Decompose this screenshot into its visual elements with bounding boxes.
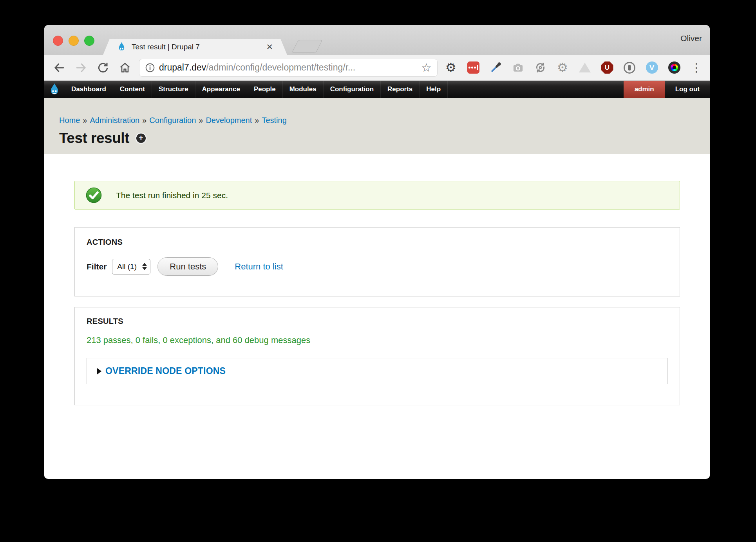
collapse-arrow-icon xyxy=(97,368,101,374)
bookmark-star-icon[interactable]: ☆ xyxy=(421,62,432,74)
password-manager-extension[interactable] xyxy=(467,61,479,74)
userscript-gear-extension[interactable]: ⚙ xyxy=(556,61,569,74)
admin-item-structure[interactable]: Structure xyxy=(152,81,195,98)
results-legend: RESULTS xyxy=(87,317,668,326)
breadcrumb-configuration[interactable]: Configuration xyxy=(149,116,196,125)
close-window-button[interactable] xyxy=(53,36,63,46)
logout-link[interactable]: Log out xyxy=(665,81,710,98)
admin-item-content[interactable]: Content xyxy=(113,81,152,98)
contextual-add-icon[interactable]: + xyxy=(136,134,146,143)
filter-select[interactable]: All (1) xyxy=(112,259,150,275)
browser-profile-name[interactable]: Oliver xyxy=(680,34,702,43)
url-text[interactable]: drupal7.dev/admin/config/development/tes… xyxy=(159,62,418,73)
screenshot-camera-extension[interactable] xyxy=(512,61,524,74)
gear-icon: ⚙ xyxy=(445,61,456,74)
drive-extension[interactable] xyxy=(579,61,591,74)
keyhole-icon xyxy=(624,62,635,74)
url-host: drupal7.dev xyxy=(159,62,206,72)
browser-tab[interactable]: Test result | Drupal 7 ✕ xyxy=(103,39,287,55)
breadcrumb-administration[interactable]: Administration xyxy=(90,116,139,125)
password-dots-icon xyxy=(467,61,479,74)
ublock-extension[interactable]: U xyxy=(601,61,613,74)
camera-icon xyxy=(512,61,524,74)
breadcrumb-testing[interactable]: Testing xyxy=(262,116,286,125)
page-info-icon[interactable] xyxy=(145,63,155,73)
url-bar[interactable]: drupal7.dev/admin/config/development/tes… xyxy=(139,59,438,77)
session-sync-extension[interactable] xyxy=(534,61,546,74)
v-extension[interactable]: V xyxy=(646,61,658,74)
home-button[interactable] xyxy=(117,59,133,76)
admin-item-help[interactable]: Help xyxy=(420,81,448,98)
home-icon xyxy=(119,61,131,74)
eyedropper-extension[interactable] xyxy=(489,61,502,74)
breadcrumb-separator: » xyxy=(199,116,203,125)
run-tests-button[interactable]: Run tests xyxy=(157,257,218,276)
reload-icon xyxy=(97,61,109,74)
status-message-text: The test run finished in 25 sec. xyxy=(116,191,228,200)
breadcrumb-separator: » xyxy=(142,116,146,125)
forward-arrow-icon xyxy=(75,61,87,74)
success-check-icon xyxy=(86,187,102,203)
admin-item-dashboard[interactable]: Dashboard xyxy=(65,81,113,98)
actions-legend: ACTIONS xyxy=(87,238,668,247)
admin-username-link[interactable]: admin xyxy=(624,81,665,98)
kebab-menu-icon: ⋮ xyxy=(691,62,702,74)
window-controls xyxy=(53,36,94,46)
zoom-window-button[interactable] xyxy=(84,36,94,46)
gray-gear-icon: ⚙ xyxy=(557,61,568,74)
back-arrow-icon xyxy=(53,61,65,74)
drupal-favicon-icon xyxy=(116,42,127,52)
v-badge-icon: V xyxy=(646,61,658,74)
status-message: The test run finished in 25 sec. xyxy=(74,181,680,210)
lens-extension[interactable] xyxy=(668,61,680,74)
admin-item-configuration[interactable]: Configuration xyxy=(324,81,381,98)
select-stepper-icon xyxy=(142,263,147,270)
test-pass-summary: 213 passes, 0 fails, 0 exceptions, and 6… xyxy=(87,335,668,345)
tab-close-icon[interactable]: ✕ xyxy=(265,42,274,52)
override-node-options-link[interactable]: OVERRIDE NODE OPTIONS xyxy=(105,366,226,376)
admin-item-reports[interactable]: Reports xyxy=(381,81,420,98)
extensions-row: ⚙ xyxy=(445,61,703,74)
ublock-shield-icon: U xyxy=(601,61,613,74)
browser-toolbar: drupal7.dev/admin/config/development/tes… xyxy=(44,55,710,81)
return-to-list-link[interactable]: Return to list xyxy=(235,262,283,272)
breadcrumb-development[interactable]: Development xyxy=(206,116,252,125)
collapsed-test-group[interactable]: OVERRIDE NODE OPTIONS xyxy=(87,358,668,384)
main-content: The test run finished in 25 sec. ACTIONS… xyxy=(44,154,710,478)
reload-button[interactable] xyxy=(95,59,111,76)
drive-triangle-icon xyxy=(579,63,591,72)
breadcrumb-separator: » xyxy=(255,116,259,125)
minimize-window-button[interactable] xyxy=(69,36,79,46)
admin-user-area: admin Log out xyxy=(624,81,710,98)
drupal-admin-toolbar: Dashboard Content Structure Appearance P… xyxy=(44,81,710,98)
filter-label: Filter xyxy=(87,262,107,271)
breadcrumb-home[interactable]: Home xyxy=(59,116,80,125)
admin-menu: Dashboard Content Structure Appearance P… xyxy=(65,81,624,98)
drupal-droplet-icon xyxy=(48,83,61,96)
breadcrumb-separator: » xyxy=(83,116,87,125)
titlebar: Test result | Drupal 7 ✕ Oliver xyxy=(44,25,710,55)
breadcrumb: Home»Administration»Configuration»Develo… xyxy=(59,116,710,125)
eyedropper-icon xyxy=(490,61,502,74)
browser-window: Test result | Drupal 7 ✕ Oliver xyxy=(44,25,710,479)
page-header: Home»Administration»Configuration»Develo… xyxy=(44,98,710,154)
admin-item-modules[interactable]: Modules xyxy=(283,81,324,98)
page-title: Test result xyxy=(59,130,129,146)
filter-select-value: All (1) xyxy=(117,262,142,271)
actions-fieldset: ACTIONS Filter All (1) Run tests Return … xyxy=(74,227,680,296)
browser-menu-button[interactable]: ⋮ xyxy=(690,61,703,74)
forward-button[interactable] xyxy=(73,59,89,76)
new-tab-button[interactable] xyxy=(292,40,323,53)
admin-item-people[interactable]: People xyxy=(247,81,283,98)
drupal-logo[interactable] xyxy=(44,81,65,98)
admin-item-appearance[interactable]: Appearance xyxy=(195,81,247,98)
tab-title: Test result | Drupal 7 xyxy=(132,43,265,51)
url-path: /admin/config/development/testing/r... xyxy=(206,62,355,72)
results-fieldset: RESULTS 213 passes, 0 fails, 0 exception… xyxy=(74,307,680,405)
onepassword-extension[interactable] xyxy=(623,61,636,74)
back-button[interactable] xyxy=(51,59,67,76)
sync-arrows-icon xyxy=(534,61,546,74)
settings-gear-extension[interactable]: ⚙ xyxy=(445,61,457,74)
camera-lens-icon xyxy=(668,61,680,74)
